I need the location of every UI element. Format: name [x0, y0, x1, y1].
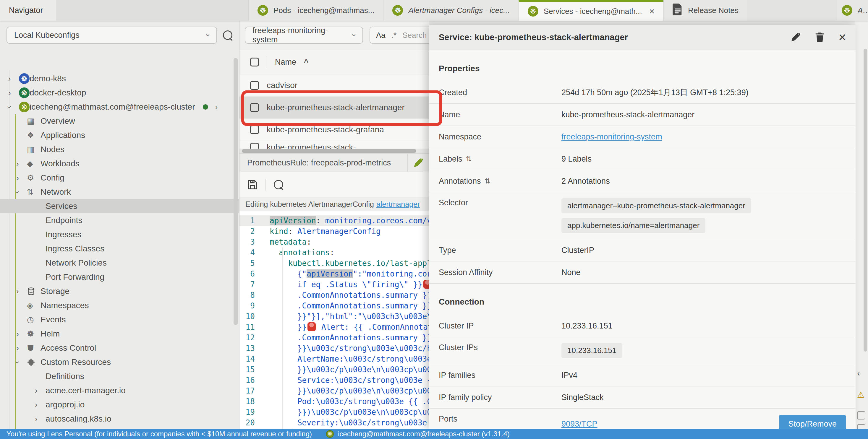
breadcrumb-resource-link[interactable]: alertmanager [376, 200, 420, 209]
sidebar-item-endpoints[interactable]: Endpoints [0, 213, 239, 228]
sidebar-item-custom-resources[interactable]: ›Custom Resources [0, 355, 239, 369]
kubeconfig-select[interactable]: Local Kubeconfigs › [6, 27, 217, 44]
sidebar-item-docker-desktop[interactable]: ›☸docker-desktop [0, 86, 239, 100]
chevron-right-icon[interactable]: › [35, 400, 45, 409]
row-checkbox[interactable] [250, 103, 259, 112]
sidebar-item-network-policies[interactable]: Network Policies [0, 256, 239, 270]
code-line[interactable]: 11 }} Alert: {{ .CommonAnnotati [240, 322, 429, 332]
code-line[interactable]: 10 }}"}],"html":"\u003ch3\u003e\u [240, 311, 429, 322]
freeleaps-monitoring-system-link[interactable]: freeleaps-monitoring-system [561, 132, 662, 141]
sidebar-item-helm[interactable]: ›☸Helm [0, 327, 239, 341]
sidebar-item-argoproj-io[interactable]: ›argoproj.io [0, 398, 239, 412]
code-line[interactable]: 5 kubectl.kubernetes.io/last-applied [240, 258, 429, 269]
sidebar-item-network[interactable]: ›⇅Network [0, 185, 239, 199]
code-line[interactable]: 14 AlertName:\u003c/strong\u003e [240, 353, 429, 364]
table-row-kube-prometheus-stack-grafana[interactable]: kube-prometheus-stack-grafana [240, 119, 429, 141]
code-line[interactable]: 9 .CommonAnnotations.summary }}- [240, 300, 429, 311]
sidebar-item-icecheng-mathmast-com-freeleaps-cluster[interactable]: ›☸icecheng@mathmast.com@freeleaps-cluste… [0, 100, 239, 114]
sidebar-item-config[interactable]: ›⚙Config [0, 171, 239, 185]
sidebar-item-ingress-classes[interactable]: Ingress Classes [0, 242, 239, 256]
sort-icon[interactable]: ⇅ [466, 155, 472, 163]
search-input[interactable]: Aa .* Search [370, 27, 429, 44]
scrollbar-thumb[interactable] [242, 149, 416, 153]
workspace-scrollbar[interactable] [864, 49, 867, 351]
code-line[interactable]: 20 Severity:\u003c/strong\u003e [240, 417, 429, 428]
chevron-right-icon[interactable]: › [8, 74, 19, 83]
code-line[interactable]: 15 }}\u003c/p\u003e\n\u003cp\u003 [240, 364, 429, 375]
tab-close-icon[interactable]: × [649, 6, 655, 17]
sidebar-item-demo-k8s[interactable]: ›☸demo-k8s [0, 71, 239, 86]
sidebar-scrollbar[interactable] [234, 58, 238, 325]
namespace-select[interactable]: freeleaps-monitoring-system › [245, 27, 363, 44]
code-line[interactable]: 4 annotations: [240, 247, 429, 258]
editor-button-box[interactable] [857, 411, 865, 419]
regex-icon[interactable]: .* [392, 31, 397, 40]
sidebar-item-services[interactable]: Services [0, 199, 239, 213]
active-cluster-label[interactable]: icecheng@mathmast.com@freeleaps-cluster … [338, 430, 510, 438]
code-line[interactable]: 13 }}\u003c/strong\u003e\u003c/h3 [240, 343, 429, 353]
tab-a[interactable]: ☸A... [837, 0, 868, 21]
row-checkbox[interactable] [250, 143, 259, 148]
select-all-checkbox[interactable] [250, 58, 259, 66]
match-case-icon[interactable]: Aa [376, 31, 385, 40]
tab-services-icecheng-math[interactable]: ☸Services - icecheng@math...× [519, 0, 663, 21]
edit-pencil-icon[interactable] [790, 32, 801, 43]
table-row-kube-prometheus-stack[interactable]: kube-prometheus-stack- [240, 141, 429, 148]
sidebar-item-workloads[interactable]: ›◆Workloads [0, 157, 239, 171]
warning-icon[interactable]: ⚠ [857, 390, 864, 400]
chevron-down-icon[interactable]: › [16, 188, 27, 197]
sidebar-item-overview[interactable]: ▦Overview [0, 114, 239, 128]
chevron-right-icon[interactable]: › [16, 173, 27, 182]
editor-search-icon[interactable] [274, 180, 283, 189]
edit-pencil-icon[interactable] [412, 157, 424, 169]
row-checkbox[interactable] [250, 125, 259, 134]
chevron-right-icon[interactable]: › [35, 386, 45, 395]
sort-asc-icon[interactable]: ^ [304, 58, 308, 67]
sidebar-item-events[interactable]: ◷Events [0, 312, 239, 327]
code-line[interactable]: 16 Service:\u003c/strong\u003e { [240, 375, 429, 385]
close-icon[interactable]: × [838, 31, 846, 44]
name-column-header[interactable]: Name [275, 58, 296, 67]
save-icon[interactable] [247, 179, 258, 190]
code-line[interactable]: 7 if eq .Status \"firing\" }} [240, 279, 429, 290]
code-line[interactable]: 1apiVersion: monitoring.coreos.com/v1 [240, 215, 429, 226]
sidebar-item-ingresses[interactable]: Ingresses [0, 228, 239, 242]
sidebar-item-storage[interactable]: ›Storage [0, 284, 239, 298]
yaml-editor[interactable]: 1apiVersion: monitoring.coreos.com/v12ki… [240, 211, 429, 429]
stop-remove-button[interactable]: Stop/Remove [779, 415, 846, 429]
chevron-right-icon[interactable]: › [8, 88, 19, 98]
chevron-down-icon[interactable]: › [16, 358, 27, 367]
sidebar-item-port-forwarding[interactable]: Port Forwarding [0, 270, 239, 284]
code-line[interactable]: 3metadata: [240, 237, 429, 247]
code-line[interactable]: 12 .CommonAnnotations.summary }}- [240, 332, 429, 343]
sidebar-item-acme-cert-manager-io[interactable]: ›acme.cert-manager.io [0, 383, 239, 398]
code-line[interactable]: 18 Pod:\u003c/strong\u003e {{ .Co [240, 396, 429, 407]
sidebar-item-access-control[interactable]: ›☗Access Control [0, 341, 239, 355]
code-line[interactable]: 8 .CommonAnnotations.summary }}- [240, 290, 429, 300]
chevron-down-icon[interactable]: › [8, 103, 19, 112]
chevron-right-icon[interactable]: › [215, 103, 218, 112]
sidebar-item-nodes[interactable]: ▥Nodes [0, 142, 239, 157]
table-horizontal-scrollbar[interactable] [240, 148, 429, 153]
code-line[interactable]: 6 {"apiVersion":"monitoring.coreos [240, 269, 429, 279]
code-line[interactable]: 2kind: AlertmanagerConfig [240, 226, 429, 237]
chevron-right-icon[interactable]: › [16, 159, 27, 168]
row-checkbox[interactable] [250, 81, 259, 90]
tab-alertmanager-configs-icec[interactable]: ☸Alertmanager Configs - icec... [383, 0, 518, 21]
tab-release-notes[interactable]: Release Notes [663, 0, 747, 21]
chevron-right-icon[interactable]: › [35, 414, 45, 424]
collapse-left-icon[interactable]: ‹ [857, 369, 860, 378]
sidebar-item-definitions[interactable]: Definitions [0, 369, 239, 383]
sidebar-item-namespaces[interactable]: ◈Namespaces [0, 298, 239, 312]
tab-pods-icecheng-mathmas[interactable]: ☸Pods - icecheng@mathmas... [248, 0, 383, 21]
sidebar-item-autoscaling-k8s-io[interactable]: ›autoscaling.k8s.io [0, 412, 239, 426]
sidebar-item-applications[interactable]: ❖Applications [0, 128, 239, 142]
chevron-right-icon[interactable]: › [16, 344, 27, 353]
code-line[interactable]: 19 }})\u003c/p\u003e\n\u003cp\u00 [240, 407, 429, 417]
delete-trash-icon[interactable] [814, 32, 826, 43]
code-line[interactable]: 17 }}\u003c/p\u003e\n\u003cp\u003 [240, 385, 429, 396]
search-icon[interactable] [223, 30, 232, 40]
chevron-right-icon[interactable]: › [16, 287, 27, 296]
table-row-cadvisor[interactable]: cadvisor [240, 74, 429, 96]
chevron-right-icon[interactable]: › [16, 329, 27, 339]
